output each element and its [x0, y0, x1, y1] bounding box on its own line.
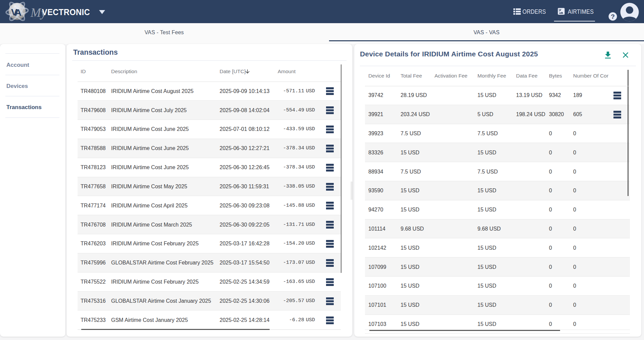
svg-text:?: ? [611, 13, 615, 20]
svg-text:A: A [15, 7, 22, 18]
